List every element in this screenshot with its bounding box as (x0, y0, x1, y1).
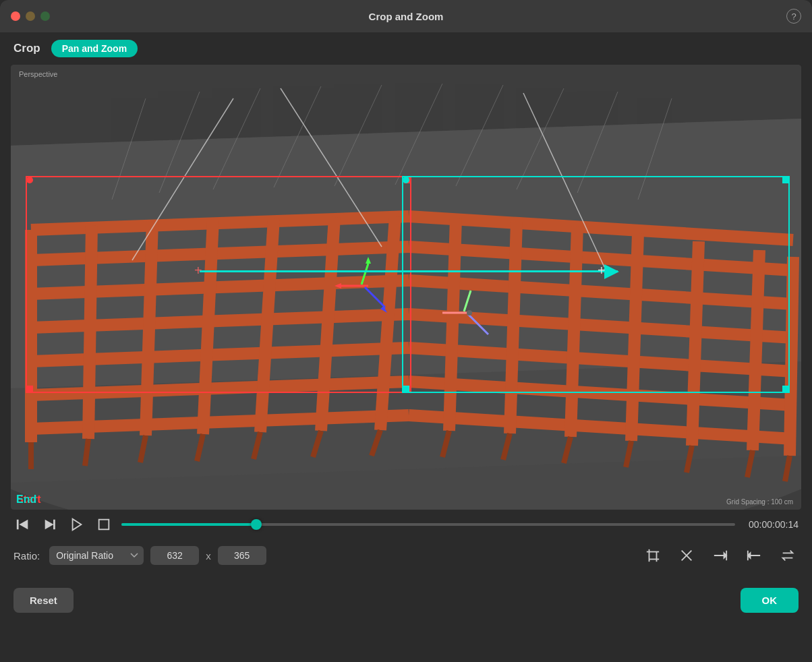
minimize-button[interactable] (26, 11, 35, 21)
crosshair-start: + (194, 264, 202, 277)
end-frame[interactable] (402, 176, 790, 393)
viewport: Perspective Grid Spacing : 100 cm Start … (11, 65, 801, 510)
stop-button[interactable] (94, 515, 113, 534)
align-right-icon (713, 548, 728, 563)
swap-icon (780, 548, 795, 563)
svg-line-43 (85, 439, 88, 466)
back-step-icon (16, 517, 30, 532)
slider-fill (121, 523, 256, 526)
back-step-button[interactable] (13, 515, 32, 534)
ratio-row: Ratio: Original Ratio 16:9 4:3 1:1 9:16 … (0, 539, 812, 572)
frame-step-icon (42, 517, 57, 532)
play-icon (69, 517, 84, 532)
end-corner-tr (782, 177, 789, 183)
titlebar: Crop and Zoom ? (0, 0, 812, 32)
start-corner-tl (26, 177, 33, 183)
slider-track (121, 523, 735, 526)
end-corner-br (782, 386, 789, 392)
pan-arrow (200, 270, 618, 272)
traffic-lights (11, 11, 50, 21)
height-input[interactable] (218, 546, 266, 565)
x-separator: x (206, 550, 211, 562)
tab-panzoom[interactable]: Pan and Zoom (51, 40, 138, 57)
align-left-icon (747, 548, 761, 563)
end-label: End (16, 493, 36, 506)
grid-spacing-label: Grid Spacing : 100 cm (726, 498, 793, 506)
tab-crop[interactable]: Crop (13, 39, 40, 58)
svg-marker-71 (45, 520, 54, 530)
end-corner-tl (403, 177, 409, 183)
tabs-bar: Crop Pan and Zoom (0, 32, 812, 65)
ok-button[interactable]: OK (741, 588, 799, 613)
align-right-button[interactable] (709, 545, 731, 566)
crop-icon-button[interactable] (642, 545, 664, 566)
svg-rect-74 (99, 520, 109, 530)
timeline-slider[interactable] (121, 515, 735, 534)
start-corner-bl (26, 386, 33, 392)
swap-icon-button[interactable] (777, 545, 799, 566)
footer: Reset OK (0, 577, 812, 624)
svg-marker-69 (17, 520, 19, 530)
ratio-icons (642, 545, 799, 566)
close-button[interactable] (11, 11, 20, 21)
svg-marker-73 (73, 519, 82, 531)
align-left-button[interactable] (743, 545, 765, 566)
ratio-label: Ratio: (13, 550, 40, 562)
timecode: 00:00:00:14 (749, 519, 799, 530)
reset-button[interactable]: Reset (13, 588, 74, 613)
perspective-label: Perspective (19, 70, 57, 78)
crop-icon (645, 548, 660, 563)
svg-line-41 (790, 257, 793, 456)
stop-icon (96, 517, 111, 532)
clear-icon (679, 548, 694, 563)
ratio-select[interactable]: Original Ratio 16:9 4:3 1:1 9:16 (49, 546, 144, 565)
slider-thumb[interactable] (251, 519, 262, 530)
width-input[interactable] (150, 546, 199, 565)
crosshair-end: + (598, 264, 606, 277)
start-frame[interactable] (26, 176, 411, 393)
frame-step-button[interactable] (40, 515, 59, 534)
play-button[interactable] (67, 515, 86, 534)
end-corner-bl (403, 386, 409, 392)
maximize-button[interactable] (40, 11, 50, 21)
svg-marker-70 (20, 520, 28, 530)
clear-icon-button[interactable] (676, 545, 697, 566)
playback-controls: 00:00:00:14 (0, 510, 812, 539)
help-icon[interactable]: ? (786, 9, 801, 24)
window-title: Crop and Zoom (369, 11, 444, 22)
